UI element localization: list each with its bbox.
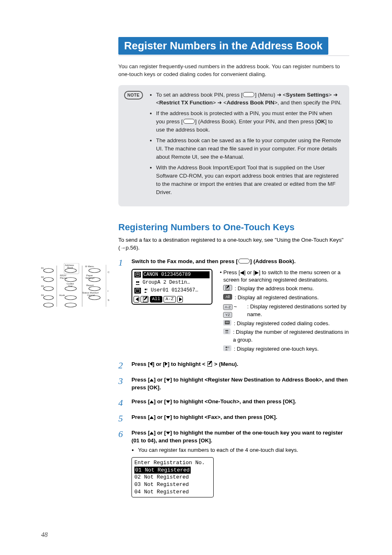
legend-text: : Display all registered destinations. xyxy=(235,294,319,302)
step-heading: Press [] or [] to highlight < > (Menu). xyxy=(131,360,349,370)
up-arrow-icon xyxy=(150,379,154,382)
legend-text: : Display registered one-touch keys. xyxy=(234,345,319,353)
step-number: 6 xyxy=(118,429,126,498)
legend-text: : Display registered coded dialing codes… xyxy=(234,320,330,328)
step-2: 2 Press [] or [] to highlight < > (Menu)… xyxy=(118,360,349,370)
legend-text: Press [◀] or [▶] to switch to the menu s… xyxy=(224,269,349,284)
all-tab: All xyxy=(150,296,162,303)
svg-point-26 xyxy=(65,268,76,273)
svg-point-33 xyxy=(89,287,100,291)
title-container: Register Numbers in the Address Book xyxy=(118,37,349,56)
step-number: 4 xyxy=(118,398,126,407)
svg-text:Hook: Hook xyxy=(59,294,65,296)
step-number: 5 xyxy=(118,413,126,423)
svg-point-4 xyxy=(138,281,139,283)
down-arrow-icon xyxy=(166,416,170,419)
address-book-button-icon xyxy=(183,119,195,124)
lcd2-row: 01 Not Registered xyxy=(134,467,191,474)
svg-text:C: C xyxy=(108,271,110,273)
lcd-row-2: GroupA 2 Destin… xyxy=(143,279,210,286)
down-arrow-icon xyxy=(166,379,170,382)
step-heading: Press [] or [] to highlight <Fax>, and t… xyxy=(131,413,349,423)
svg-text:⊛ Menu: ⊛ Menu xyxy=(85,265,94,268)
legend-text: : Display the address book menu. xyxy=(235,285,314,293)
svg-point-13 xyxy=(227,330,228,332)
step-number: 2 xyxy=(118,360,126,370)
address-book-button-icon xyxy=(238,259,250,264)
step-heading: Press [] or [] to highlight the number o… xyxy=(131,429,349,445)
lcd2-row: 03 Not Registered xyxy=(134,481,211,488)
nav-right-icon xyxy=(177,296,183,303)
svg-text:S: S xyxy=(108,299,109,301)
menu-button-icon xyxy=(243,92,254,97)
svg-point-20 xyxy=(44,296,53,300)
step-number: 3 xyxy=(118,376,126,392)
note-badge: NOTE xyxy=(124,91,143,99)
svg-text:02: 02 xyxy=(41,276,44,278)
step-number: 1 xyxy=(118,257,126,354)
up-arrow-icon xyxy=(150,432,154,435)
svg-text:Pause: Pause xyxy=(60,277,67,279)
svg-text:Book: Book xyxy=(67,266,74,269)
step-heading: Press [] or [] to highlight <Register Ne… xyxy=(131,376,349,392)
bullet-icon: • xyxy=(220,269,222,284)
all-icon: All xyxy=(223,294,232,300)
coded-dial-icon xyxy=(134,288,141,294)
svg-rect-5 xyxy=(136,289,140,292)
edit-tab xyxy=(141,296,149,303)
lcd-screen: CANON 0123456789 GroupA 2 Destin… xyxy=(131,269,212,305)
svg-point-12 xyxy=(225,330,227,332)
svg-text:R: R xyxy=(228,346,230,349)
nav-left-icon xyxy=(134,296,139,303)
svg-text:03: 03 xyxy=(41,285,44,287)
az-tab: A-Z xyxy=(164,296,176,303)
page-title: Register Numbers in the Address Book xyxy=(118,37,328,55)
svg-text:Cancel: Cancel xyxy=(87,294,95,296)
intro-text: You can register frequently-used numbers… xyxy=(118,62,349,79)
lcd-row-3: User01 01234567… xyxy=(151,287,210,294)
step-4: 4 Press [] or [] to highlight <One-Touch… xyxy=(118,398,349,407)
legend-text: : Display the number of registered desti… xyxy=(233,328,349,344)
svg-point-31 xyxy=(89,268,100,273)
az-icon: A-Z xyxy=(223,304,233,310)
lcd2-row: 02 Not Registered xyxy=(134,474,211,481)
legend-text: : Display registered destinations sorted… xyxy=(247,303,349,319)
up-arrow-icon xyxy=(150,400,154,403)
svg-point-3 xyxy=(136,281,138,283)
edit-icon xyxy=(207,361,213,367)
control-panel-figure: 01 02 03 04 Address Book ⊛ Menu R/D/I/ P… xyxy=(41,263,111,310)
coded-dial-icon xyxy=(134,272,141,278)
svg-text:I: I xyxy=(108,290,108,292)
svg-text:04: 04 xyxy=(41,294,44,296)
svg-text:R: R xyxy=(146,289,148,291)
lcd2-row: 04 Not Registered xyxy=(134,488,211,496)
svg-point-29 xyxy=(65,296,76,300)
note-item: To set an address book PIN, press [] (Me… xyxy=(156,91,342,107)
svg-point-17 xyxy=(44,268,53,273)
step-6: 6 Press [] or [] to highlight the number… xyxy=(118,429,349,498)
down-arrow-icon xyxy=(166,432,170,435)
step-heading: Switch to the Fax mode, and then press [… xyxy=(131,257,349,265)
lcd-row-1: CANON 0123456789 xyxy=(143,271,210,278)
section-title: Registering Numbers to One-Touch Keys xyxy=(118,222,349,233)
svg-point-18 xyxy=(44,278,53,282)
note-box: NOTE To set an address book PIN, press [… xyxy=(118,85,349,206)
down-arrow-icon xyxy=(166,400,170,403)
step-3: 3 Press [] or [] to highlight <Register … xyxy=(118,376,349,392)
note-item: The address book can be saved as a file … xyxy=(156,136,342,161)
section-desc: To send a fax to a destination registere… xyxy=(118,236,349,252)
lcd2-title: Enter Registration No. xyxy=(134,459,211,467)
step-5: 5 Press [] or [] to highlight <Fax>, and… xyxy=(118,413,349,423)
coded-dial-icon xyxy=(223,320,231,326)
right-arrow-icon xyxy=(165,362,168,366)
step-1: 1 Switch to the Fax mode, and then press… xyxy=(118,257,349,354)
svg-text:01: 01 xyxy=(41,267,44,269)
lcd-legend: • Press [◀] or [▶] to switch to the menu… xyxy=(220,269,349,354)
one-touch-icon: R xyxy=(223,345,231,351)
step-sub-bullet: You can register fax numbers to each of … xyxy=(131,446,349,454)
note-item: With the Address Book Import/Export Tool… xyxy=(156,164,342,197)
lcd-tabs: All A-Z xyxy=(134,296,210,303)
svg-text:Report: Report xyxy=(86,284,94,287)
svg-point-30 xyxy=(65,303,76,307)
svg-point-19 xyxy=(44,287,53,291)
